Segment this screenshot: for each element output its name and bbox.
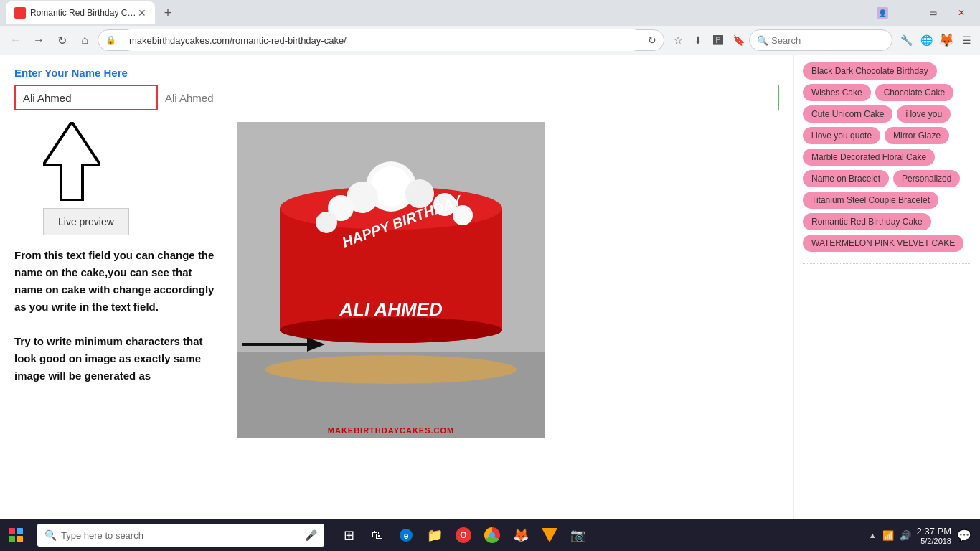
downloads-icon[interactable]: ⬇ (690, 32, 706, 48)
description-text: From this text field you can change the … (14, 247, 222, 385)
refresh-inline-icon[interactable]: ↻ (648, 34, 656, 46)
tray-up-arrow-icon[interactable]: ▲ (869, 531, 877, 540)
sidebar-tag[interactable]: Titanium Steel Couple Bracelet (803, 192, 938, 209)
chrome-button[interactable] (479, 519, 505, 551)
cake-image-area: HAPPY BIRTHDAY ALI AHMED MAKEBIRTHDAYCAK… (237, 122, 779, 438)
tab-bar: Romantic Red Birthday Ca... ✕ + 👤 – ▭ ✕ (0, 0, 980, 26)
opera-icon: O (456, 527, 471, 543)
task-view-button[interactable]: ⊞ (336, 519, 362, 551)
nav-bar: ← → ↻ ⌂ 🔒 ↻ ☆ ⬇ 🅿 🔖 🔍 Search 🔧 🌐 🦊 ☰ (0, 26, 980, 55)
folder-button[interactable]: 📁 (422, 519, 448, 551)
sidebar-tag[interactable]: Cute Unicorn Cake (803, 105, 892, 123)
live-preview-button[interactable]: Live preview (43, 208, 129, 235)
taskbar-icons: ⊞ 🛍 e 📁 O 🦊 📷 (336, 519, 591, 551)
chrome-icon (484, 527, 500, 543)
taskbar: 🔍 Type here to search 🎤 ⊞ 🛍 e 📁 O 🦊 📷 (0, 519, 980, 551)
lock-icon: 🔒 (105, 35, 116, 45)
right-arrow-icon (242, 335, 329, 355)
greenshot-button[interactable]: 📷 (565, 519, 591, 551)
vlc-button[interactable] (537, 519, 562, 551)
sidebar-tag[interactable]: i love you quote (803, 127, 880, 144)
forward-button[interactable]: → (29, 30, 49, 50)
edge-button[interactable]: e (393, 519, 419, 551)
enter-name-label: Enter Your Name Here (14, 67, 779, 79)
svg-point-14 (316, 212, 337, 233)
globe-icon[interactable]: 🌐 (918, 32, 934, 48)
menu-icon[interactable]: ☰ (958, 32, 974, 48)
taskbar-search-box[interactable]: 🔍 Type here to search 🎤 (37, 524, 324, 547)
taskbar-search-icon: 🔍 (44, 529, 57, 541)
sidebar-tag[interactable]: Mirror Glaze (885, 127, 949, 144)
content-wrapper: Enter Your Name Here Live preview From (0, 55, 980, 520)
sidebar-tag[interactable]: Romantic Red Birthday Cake (803, 213, 931, 230)
sidebar: Black Dark Chocolate BirthdayWishes Cake… (793, 55, 980, 520)
name-input-field[interactable] (14, 85, 158, 110)
clock-widget[interactable]: 2:37 PM 5/2/2018 (917, 526, 951, 545)
search-box[interactable]: 🔍 Search (749, 29, 892, 51)
svg-text:ALI AHMED: ALI AHMED (339, 298, 443, 320)
windows-logo-icon (9, 528, 23, 542)
sys-tray-icons: ▲ 📶 🔊 (869, 530, 911, 541)
sidebar-tag[interactable]: i love you (897, 105, 951, 123)
edge-icon: e (399, 528, 413, 542)
search-label: Search (771, 35, 801, 46)
active-tab[interactable]: Romantic Red Birthday Ca... ✕ (6, 1, 155, 24)
nav-icons: ☆ ⬇ 🅿 🔖 (670, 32, 746, 48)
extensions-icon[interactable]: 🔧 (898, 32, 914, 48)
cake-svg: HAPPY BIRTHDAY ALI AHMED (237, 122, 545, 438)
left-column: Live preview From this text field you ca… (14, 122, 222, 385)
bookmark-star-icon[interactable]: ☆ (670, 32, 686, 48)
firefox-icon[interactable]: 🦊 (938, 32, 954, 48)
refresh-button[interactable]: ↻ (52, 30, 72, 50)
home-button[interactable]: ⌂ (75, 30, 95, 50)
browser-chrome: Romantic Red Birthday Ca... ✕ + 👤 – ▭ ✕ … (0, 0, 980, 55)
cake-canvas: HAPPY BIRTHDAY ALI AHMED MAKEBIRTHDAYCAK… (237, 122, 545, 438)
sidebar-tag[interactable]: Marble Decorated Floral Cake (803, 149, 935, 166)
name-input-wrapper (14, 85, 779, 110)
sidebar-tag[interactable]: Wishes Cake (803, 84, 871, 101)
right-arrow-wrapper (242, 335, 329, 355)
clock-time: 2:37 PM (917, 526, 951, 537)
notification-icon[interactable]: 💬 (957, 529, 971, 542)
svg-point-3 (265, 355, 517, 384)
close-button[interactable]: ✕ (948, 5, 974, 21)
svg-marker-0 (43, 122, 100, 201)
start-button[interactable] (0, 519, 32, 551)
new-tab-button[interactable]: + (158, 3, 178, 23)
two-col-layout: Live preview From this text field you ca… (14, 122, 779, 438)
pocket2-icon[interactable]: 🔖 (730, 32, 746, 48)
pocket-icon[interactable]: 🅿 (710, 32, 726, 48)
up-arrow-icon (43, 122, 100, 201)
taskbar-right: ▲ 📶 🔊 2:37 PM 5/2/2018 💬 (860, 526, 980, 545)
main-content-area: Enter Your Name Here Live preview From (0, 55, 793, 520)
sidebar-tag[interactable]: Chocolate Cake (875, 84, 953, 101)
clock-date: 5/2/2018 (917, 537, 951, 545)
maximize-button[interactable]: ▭ (920, 5, 946, 21)
search-icon: 🔍 (757, 35, 768, 46)
sidebar-tag[interactable]: Name on Bracelet (803, 170, 889, 187)
tab-close-button[interactable]: ✕ (138, 7, 146, 19)
taskbar-search-label: Type here to search (61, 530, 143, 541)
store-button[interactable]: 🛍 (364, 519, 390, 551)
tab-favicon-icon (14, 7, 26, 19)
opera-button[interactable]: O (451, 519, 476, 551)
firefox-taskbar-button[interactable]: 🦊 (508, 519, 534, 551)
svg-text:e: e (404, 531, 409, 541)
right-nav-icons: 🔧 🌐 🦊 ☰ (898, 32, 974, 48)
profile-icon[interactable]: 👤 (877, 7, 888, 19)
microphone-icon[interactable]: 🎤 (305, 529, 317, 541)
svg-rect-18 (242, 343, 307, 346)
svg-marker-19 (307, 337, 325, 352)
tab-title: Romantic Red Birthday Ca... (30, 8, 138, 18)
sidebar-tag[interactable]: WATERMELON PINK VELVET CAKE (803, 235, 963, 252)
name-input-full[interactable] (158, 85, 779, 110)
sidebar-tag[interactable]: Black Dark Chocolate Birthday (803, 62, 937, 80)
sidebar-divider (803, 263, 971, 264)
back-button[interactable]: ← (6, 30, 26, 50)
sidebar-tag[interactable]: Personalized (893, 170, 960, 187)
address-input[interactable] (121, 29, 644, 51)
volume-icon[interactable]: 🔊 (900, 530, 911, 541)
minimize-button[interactable]: – (891, 5, 917, 21)
network-icon[interactable]: 📶 (882, 530, 894, 541)
tag-cloud: Black Dark Chocolate BirthdayWishes Cake… (803, 62, 971, 252)
